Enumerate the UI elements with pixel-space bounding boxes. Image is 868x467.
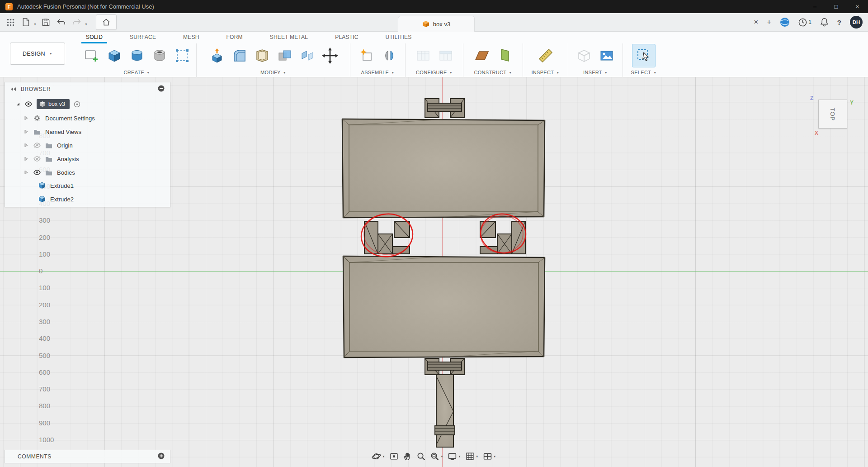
- tab-solid[interactable]: SOLID: [85, 34, 104, 43]
- chevron-down-icon[interactable]: ▼: [493, 455, 496, 458]
- close-tab-button[interactable]: ×: [754, 18, 758, 27]
- browser-row-origin[interactable]: Origin: [5, 138, 170, 152]
- group-select-menu[interactable]: SELECT▼: [631, 67, 657, 77]
- offset-plane-icon[interactable]: [495, 45, 514, 67]
- derive-icon[interactable]: [574, 45, 594, 67]
- viewports-button[interactable]: ▼: [483, 452, 496, 461]
- chevron-down-icon[interactable]: ▼: [85, 23, 88, 26]
- look-at-button[interactable]: [389, 452, 399, 461]
- fit-view-button[interactable]: ▼: [430, 452, 443, 461]
- view-cube[interactable]: TOP: [818, 100, 847, 129]
- comments-bar[interactable]: COMMENTS: [5, 450, 170, 463]
- model-bottom-box[interactable]: [343, 256, 545, 357]
- model-top-hinge[interactable]: [425, 99, 464, 118]
- add-comment-icon[interactable]: [158, 453, 165, 461]
- browser-row-extrude1[interactable]: Extrude1: [5, 179, 170, 192]
- zoom-button[interactable]: [416, 452, 426, 461]
- eye-icon[interactable]: [25, 101, 32, 107]
- group-insert-menu[interactable]: INSERT▼: [583, 67, 608, 77]
- browser-row-extrude2[interactable]: Extrude2: [5, 192, 170, 206]
- chevron-down-icon[interactable]: ▼: [476, 455, 479, 458]
- construction-plane-icon[interactable]: [472, 45, 492, 67]
- group-configure-menu[interactable]: CONFIGURE▼: [416, 67, 453, 77]
- expand-arrow-icon[interactable]: [24, 157, 28, 161]
- pattern-icon[interactable]: [172, 45, 192, 67]
- browser-row-named-views[interactable]: Named Views: [5, 125, 170, 138]
- shell-icon[interactable]: [252, 45, 272, 67]
- job-status-button[interactable]: 1: [798, 18, 811, 27]
- help-button[interactable]: ?: [837, 19, 841, 26]
- create-sketch-icon[interactable]: [82, 45, 102, 67]
- redo-button[interactable]: [70, 15, 84, 29]
- tab-surface[interactable]: SURFACE: [129, 34, 157, 43]
- workspace-selector[interactable]: DESIGN ▼: [10, 43, 65, 65]
- expand-arrow-icon[interactable]: [24, 143, 28, 148]
- minimize-panel-icon[interactable]: [158, 85, 165, 94]
- user-avatar[interactable]: DH: [850, 16, 863, 29]
- save-button[interactable]: [39, 15, 53, 29]
- file-menu-button[interactable]: [19, 15, 33, 29]
- grid-settings-button[interactable]: ▼: [465, 452, 479, 461]
- display-settings-button[interactable]: ▼: [448, 452, 461, 461]
- extensions-icon[interactable]: [780, 17, 790, 27]
- browser-row-document-settings[interactable]: Document Settings: [5, 111, 170, 125]
- model-bottom-hinge[interactable]: [425, 358, 464, 375]
- extrude-icon[interactable]: [104, 45, 124, 67]
- fillet-icon[interactable]: [230, 45, 250, 67]
- hole-icon[interactable]: [150, 45, 170, 67]
- select-cursor-icon[interactable]: [632, 44, 656, 67]
- expand-arrow-icon[interactable]: [16, 102, 20, 106]
- expand-arrow-icon[interactable]: [24, 170, 28, 175]
- expand-arrow-icon[interactable]: [24, 116, 28, 120]
- eye-icon[interactable]: [33, 170, 41, 175]
- configuration-table-icon[interactable]: [413, 45, 433, 67]
- expand-arrow-icon[interactable]: [24, 129, 28, 134]
- browser-row-analysis[interactable]: Analysis: [5, 152, 170, 166]
- chevron-down-icon[interactable]: ▼: [382, 455, 385, 458]
- window-close-button[interactable]: ×: [847, 0, 868, 13]
- canvas-image-icon[interactable]: [597, 45, 617, 67]
- offset-face-icon[interactable]: [297, 45, 317, 67]
- new-component-icon[interactable]: [357, 45, 377, 67]
- pan-button[interactable]: [403, 452, 412, 461]
- tab-plastic[interactable]: PLASTIC: [334, 34, 359, 43]
- document-tab[interactable]: box v3: [398, 16, 475, 32]
- tab-mesh[interactable]: MESH: [182, 34, 200, 43]
- eye-hidden-icon[interactable]: [33, 143, 41, 148]
- configuration-insert-icon[interactable]: [436, 45, 456, 67]
- move-icon[interactable]: [320, 45, 340, 67]
- press-pull-icon[interactable]: [207, 45, 227, 67]
- browser-row-root[interactable]: box v3: [5, 97, 170, 111]
- eye-hidden-icon[interactable]: [33, 156, 41, 162]
- activate-component-icon[interactable]: [74, 101, 80, 108]
- joint-icon[interactable]: [379, 45, 399, 67]
- group-assemble-menu[interactable]: ASSEMBLE▼: [361, 67, 395, 77]
- model-top-box[interactable]: [342, 119, 545, 218]
- home-view-button[interactable]: [96, 14, 117, 30]
- revolve-icon[interactable]: [127, 45, 147, 67]
- model-arm[interactable]: [435, 375, 455, 447]
- collapse-panel-icon[interactable]: [10, 85, 16, 93]
- view-cube-face-label[interactable]: TOP: [830, 107, 836, 121]
- chevron-down-icon[interactable]: ▼: [440, 455, 443, 458]
- group-modify-menu[interactable]: MODIFY▼: [260, 67, 286, 77]
- chevron-down-icon[interactable]: ▼: [33, 23, 37, 26]
- active-document-chip[interactable]: box v3: [37, 99, 70, 109]
- group-create-menu[interactable]: CREATE▼: [124, 67, 150, 77]
- window-minimize-button[interactable]: –: [804, 0, 826, 13]
- group-inspect-menu[interactable]: INSPECT▼: [531, 67, 559, 77]
- tab-form[interactable]: FORM: [226, 34, 244, 43]
- window-maximize-button[interactable]: □: [826, 0, 847, 13]
- app-grid-icon[interactable]: [4, 15, 17, 29]
- undo-button[interactable]: [55, 15, 68, 29]
- measure-icon[interactable]: [536, 45, 556, 67]
- group-construct-menu[interactable]: CONSTRUCT▼: [474, 67, 512, 77]
- tab-sheet-metal[interactable]: SHEET METAL: [269, 34, 309, 43]
- notifications-bell-icon[interactable]: [820, 18, 829, 27]
- combine-icon[interactable]: [275, 45, 295, 67]
- tab-utilities[interactable]: UTILITIES: [385, 34, 413, 43]
- browser-row-bodies[interactable]: Bodies: [5, 166, 170, 179]
- chevron-down-icon[interactable]: ▼: [458, 455, 461, 458]
- orbit-button[interactable]: ▼: [372, 452, 385, 461]
- new-tab-button[interactable]: +: [767, 18, 771, 27]
